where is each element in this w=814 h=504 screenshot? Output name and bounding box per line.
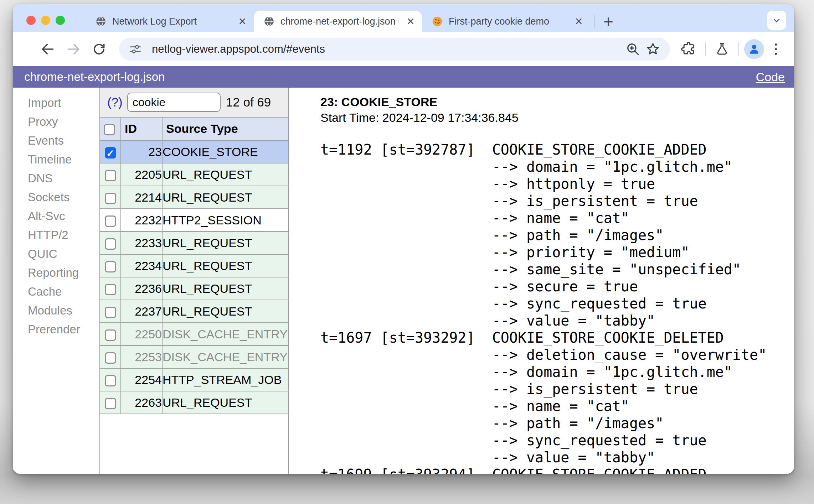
tab-list: Network Log Export × chrome-net-export-l… bbox=[86, 11, 619, 32]
filter-help-link[interactable]: (?) bbox=[107, 95, 123, 109]
extensions-puzzle-icon bbox=[681, 41, 696, 57]
person-icon bbox=[748, 43, 761, 56]
bookmark-button[interactable] bbox=[643, 39, 663, 59]
table-row[interactable]: 2253 DISK_CACHE_ENTRY bbox=[100, 345, 288, 368]
row-id: 2254 bbox=[121, 368, 162, 391]
table-row[interactable]: 2232 HTTP2_SESSION bbox=[100, 209, 288, 232]
row-checkbox[interactable] bbox=[105, 375, 116, 386]
events-table: ID Source Type ✓ 23 COOKIE_STORE 2205 UR… bbox=[100, 118, 288, 414]
row-checkbox[interactable] bbox=[105, 193, 116, 204]
site-settings-button[interactable] bbox=[125, 39, 145, 59]
zoom-button[interactable] bbox=[623, 39, 643, 59]
row-checkbox[interactable] bbox=[105, 261, 116, 272]
row-source-type: URL_REQUEST bbox=[162, 232, 288, 254]
table-row[interactable]: 2214 URL_REQUEST bbox=[100, 186, 288, 209]
forward-button[interactable] bbox=[62, 38, 85, 61]
table-row[interactable]: ✓ 23 COOKIE_STORE bbox=[100, 140, 288, 163]
table-row[interactable]: 2205 URL_REQUEST bbox=[100, 163, 288, 186]
zoom-window-icon[interactable] bbox=[56, 16, 65, 25]
table-header-row: ID Source Type bbox=[100, 118, 288, 140]
row-checkbox[interactable] bbox=[105, 352, 116, 364]
tab-close-icon[interactable]: × bbox=[404, 15, 417, 28]
row-checkbox[interactable] bbox=[105, 215, 116, 227]
filter-result-count: 12 of 69 bbox=[226, 95, 271, 109]
new-tab-button[interactable]: + bbox=[598, 11, 619, 32]
column-header-source-type[interactable]: Source Type bbox=[162, 118, 288, 140]
reload-button[interactable] bbox=[88, 38, 110, 61]
tab-divider bbox=[594, 15, 594, 27]
row-source-type: COOKIE_STORE bbox=[162, 140, 288, 163]
tune-icon bbox=[129, 42, 142, 56]
browser-tab[interactable]: Network Log Export × bbox=[86, 11, 254, 32]
row-source-type: URL_REQUEST bbox=[162, 163, 288, 186]
table-row[interactable]: 2254 HTTP_STREAM_JOB bbox=[100, 368, 288, 391]
row-checkbox[interactable] bbox=[105, 398, 116, 409]
filter-input[interactable] bbox=[127, 93, 221, 112]
tab-close-icon[interactable]: × bbox=[572, 15, 585, 28]
row-checkbox[interactable] bbox=[105, 170, 116, 181]
sidebar-item-sockets[interactable]: Sockets bbox=[13, 188, 99, 207]
row-id: 2232 bbox=[121, 209, 162, 232]
row-checkbox[interactable] bbox=[105, 307, 116, 318]
sidebar-item-cache[interactable]: Cache bbox=[13, 282, 99, 301]
reload-icon bbox=[92, 42, 107, 57]
row-source-type: DISK_CACHE_ENTRY bbox=[162, 323, 288, 345]
row-source-type: HTTP2_SESSION bbox=[162, 209, 288, 232]
back-button[interactable] bbox=[36, 38, 59, 61]
table-row[interactable]: 2236 URL_REQUEST bbox=[100, 277, 288, 300]
sidebar-item-http-2[interactable]: HTTP/2 bbox=[13, 225, 99, 244]
nav-sidebar: ImportProxyEventsTimelineDNSSocketsAlt-S… bbox=[13, 88, 100, 474]
table-row[interactable]: 2237 URL_REQUEST bbox=[100, 300, 288, 323]
row-id: 2253 bbox=[121, 345, 162, 368]
sidebar-item-events[interactable]: Events bbox=[13, 131, 99, 150]
sidebar-item-prerender[interactable]: Prerender bbox=[13, 320, 99, 339]
sidebar-item-proxy[interactable]: Proxy bbox=[13, 112, 99, 131]
sidebar-item-quic[interactable]: QUIC bbox=[13, 244, 99, 263]
chevron-down-icon bbox=[772, 15, 782, 25]
sidebar-item-modules[interactable]: Modules bbox=[13, 301, 99, 320]
tab-close-icon[interactable]: × bbox=[236, 15, 249, 28]
labs-button[interactable] bbox=[711, 38, 733, 61]
select-all-checkbox[interactable] bbox=[104, 124, 115, 135]
row-source-type: URL_REQUEST bbox=[162, 300, 288, 323]
app-header: chrome-net-export-log.json Code bbox=[13, 66, 794, 88]
row-checkbox[interactable] bbox=[105, 284, 116, 295]
row-checkbox[interactable]: ✓ bbox=[105, 147, 116, 159]
sidebar-item-import[interactable]: Import bbox=[13, 93, 99, 112]
table-row[interactable]: 2250 DISK_CACHE_ENTRY bbox=[100, 323, 288, 345]
tab-strip: Network Log Export × chrome-net-export-l… bbox=[13, 4, 794, 32]
row-source-type: URL_REQUEST bbox=[162, 254, 288, 277]
browser-tab[interactable]: chrome-net-export-log.json - × bbox=[254, 11, 422, 32]
browser-tab[interactable]: First-party cookie demo × bbox=[422, 11, 590, 32]
sidebar-item-reporting[interactable]: Reporting bbox=[13, 263, 99, 282]
url-text[interactable]: netlog-viewer.appspot.com/#events bbox=[152, 43, 325, 56]
back-arrow-icon bbox=[40, 41, 56, 57]
loaded-file-name: chrome-net-export-log.json bbox=[24, 70, 165, 84]
close-window-icon[interactable] bbox=[26, 16, 36, 25]
omnibox[interactable]: netlog-viewer.appspot.com/#events bbox=[119, 38, 670, 61]
toolbar-separator bbox=[705, 42, 706, 56]
row-source-type: HTTP_STREAM_JOB bbox=[162, 368, 288, 391]
table-row[interactable]: 2234 URL_REQUEST bbox=[100, 254, 288, 277]
browser-menu-button[interactable] bbox=[772, 41, 780, 58]
row-source-type: URL_REQUEST bbox=[162, 186, 288, 209]
table-row[interactable]: 2263 URL_REQUEST bbox=[100, 391, 288, 414]
minimize-window-icon[interactable] bbox=[41, 16, 50, 25]
sidebar-item-alt-svc[interactable]: Alt-Svc bbox=[13, 207, 99, 225]
table-row[interactable]: 2233 URL_REQUEST bbox=[100, 232, 288, 254]
row-checkbox[interactable] bbox=[105, 238, 116, 250]
column-header-id[interactable]: ID bbox=[121, 118, 162, 140]
extensions-button[interactable] bbox=[677, 38, 700, 61]
row-checkbox[interactable] bbox=[105, 329, 116, 341]
event-detail-title: 23: COOKIE_STORE bbox=[320, 94, 794, 110]
browser-window: Network Log Export × chrome-net-export-l… bbox=[13, 4, 794, 474]
event-start-time: Start Time: 2024-12-09 17:34:36.845 bbox=[320, 110, 794, 125]
sidebar-item-dns[interactable]: DNS bbox=[13, 169, 99, 188]
row-id: 2205 bbox=[121, 163, 162, 186]
sidebar-item-timeline[interactable]: Timeline bbox=[13, 150, 99, 169]
browser-toolbar: netlog-viewer.appspot.com/#events bbox=[13, 32, 794, 66]
tab-search-button[interactable] bbox=[767, 11, 786, 30]
profile-avatar[interactable] bbox=[744, 39, 764, 59]
code-link[interactable]: Code bbox=[756, 70, 785, 84]
event-log: t=1192 [st=392787] COOKIE_STORE_COOKIE_A… bbox=[320, 141, 794, 474]
